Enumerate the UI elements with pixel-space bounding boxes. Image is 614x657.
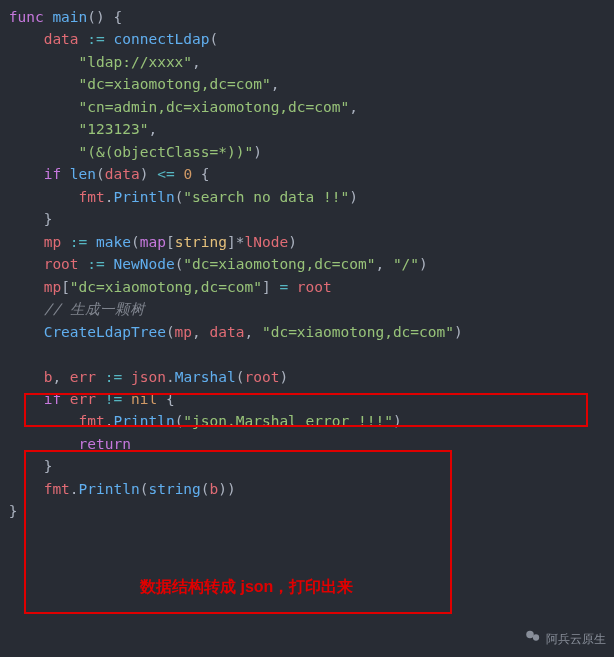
wechat-icon [524, 627, 542, 651]
svg-point-1 [533, 635, 539, 641]
code-block: func main() { data := connectLdap( "ldap… [0, 0, 614, 523]
svg-point-0 [526, 631, 534, 639]
keyword-func: func [9, 9, 44, 25]
watermark: 阿兵云原生 [524, 627, 606, 651]
comment: // 生成一颗树 [44, 301, 145, 317]
watermark-text: 阿兵云原生 [546, 630, 606, 649]
fn-main: main [52, 9, 87, 25]
annotation-text: 数据结构转成 json，打印出来 [140, 575, 353, 600]
